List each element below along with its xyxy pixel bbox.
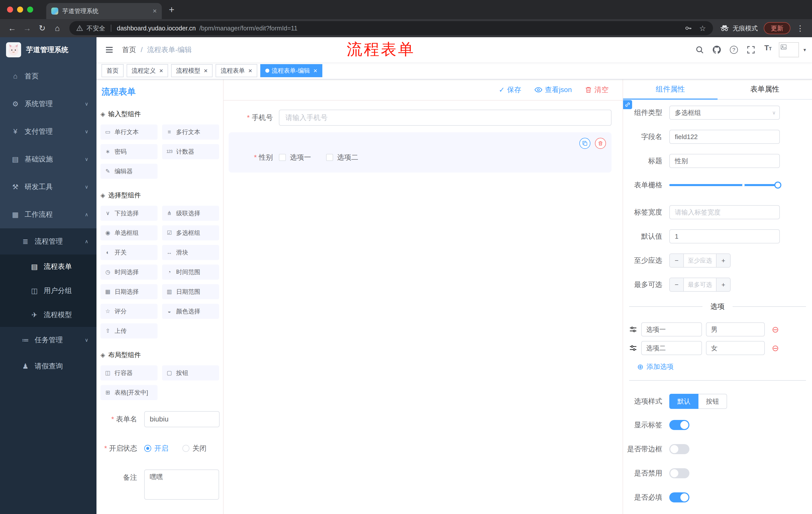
style-default-button[interactable]: 默认 [669, 394, 698, 409]
tag-process-model[interactable]: 流程模型 × [171, 64, 212, 77]
field-name-input[interactable] [669, 130, 780, 144]
tab-close-icon[interactable]: × [153, 7, 157, 15]
palette-item-button[interactable]: ▢按钮 [162, 366, 219, 380]
reload-button[interactable]: ↻ [35, 21, 49, 35]
sidebar-logo[interactable]: 芋道管理系统 [0, 37, 96, 62]
phone-field-input[interactable] [279, 110, 611, 126]
browser-tab[interactable]: 芋道管理系统 × [46, 3, 162, 19]
save-button[interactable]: ✓ 保存 [499, 85, 521, 94]
default-value-input[interactable] [669, 229, 780, 243]
sidebar-item-home[interactable]: ⌂ 首页 [0, 62, 96, 90]
window-close-button[interactable] [7, 6, 13, 12]
tag-process-definition[interactable]: 流程定义 × [127, 64, 168, 77]
status-on-label[interactable]: 开启 [154, 443, 168, 453]
palette-item-slider[interactable]: ↔滑块 [162, 245, 219, 260]
style-button-button[interactable]: 按钮 [698, 394, 727, 409]
sidebar-item-user-group[interactable]: ◫ 用户分组 [0, 279, 96, 303]
palette-item-radio-group[interactable]: ◉单选框组 [100, 225, 157, 240]
view-json-button[interactable]: 查看json [534, 85, 572, 94]
form-name-input[interactable] [144, 411, 220, 427]
option-name-input[interactable] [641, 322, 702, 336]
delete-component-button[interactable] [595, 138, 606, 149]
sidebar-item-process-model[interactable]: ✈ 流程模型 [0, 303, 96, 327]
form-grid-slider[interactable] [669, 178, 780, 192]
duplicate-component-button[interactable] [579, 138, 590, 149]
palette-item-time-range[interactable]: ◔时间范围 [162, 265, 219, 280]
browser-home-button[interactable]: ⌂ [50, 21, 64, 35]
palette-item-color-picker[interactable]: ◒颜色选择 [162, 304, 219, 319]
security-label[interactable]: 不安全 [86, 24, 105, 32]
clear-button[interactable]: 清空 [585, 85, 609, 94]
sidebar-item-devtools[interactable]: ⚒ 研发工具 ∨ [0, 173, 96, 201]
drag-handle-icon[interactable] [629, 325, 637, 333]
bookmark-star-icon[interactable]: ☆ [699, 24, 706, 33]
status-off-label[interactable]: 关闭 [193, 443, 206, 453]
remove-option-button[interactable]: ⊖ [772, 344, 779, 352]
palette-item-date-range[interactable]: ▥日期范围 [162, 284, 219, 299]
min-select-placeholder[interactable]: 至少应选 [684, 254, 716, 267]
option-name-input[interactable] [641, 341, 702, 355]
sidebar-item-payment[interactable]: ¥ 支付管理 ∨ [0, 118, 96, 145]
stepper-decrease-button[interactable]: − [670, 254, 684, 267]
tag-close-icon[interactable]: × [248, 67, 252, 75]
tab-component-props[interactable]: 组件属性 [623, 79, 718, 99]
show-label-toggle[interactable] [669, 420, 689, 430]
drag-handle-icon[interactable] [629, 344, 637, 352]
stepper-increase-button[interactable]: + [716, 278, 730, 291]
palette-item-password[interactable]: ∗密码 [100, 144, 157, 159]
sidebar-item-infrastructure[interactable]: ▤ 基础设施 ∨ [0, 145, 96, 173]
sidebar-item-system[interactable]: ⚙ 系统管理 ∨ [0, 90, 96, 118]
back-button[interactable]: ← [5, 21, 19, 35]
tag-close-icon[interactable]: × [159, 67, 163, 75]
canvas-field-phone[interactable]: 手机号 [229, 110, 611, 126]
gender-option1-checkbox[interactable]: 选项一 [279, 153, 311, 162]
required-toggle[interactable] [669, 492, 689, 503]
breadcrumb-home[interactable]: 首页 [122, 45, 136, 55]
window-zoom-button[interactable] [27, 6, 33, 12]
tab-form-props[interactable]: 表单属性 [718, 79, 812, 99]
with-border-toggle[interactable] [669, 444, 689, 454]
avatar-caret-icon[interactable]: ▾ [804, 47, 806, 53]
palette-item-cascader[interactable]: ⋔级联选择 [162, 206, 219, 221]
palette-item-multi-text[interactable]: ≡多行文本 [162, 125, 219, 140]
disabled-toggle[interactable] [669, 468, 689, 478]
sidebar-item-process-form[interactable]: ▤ 流程表单 [0, 254, 96, 279]
sidebar-item-leave-query[interactable]: ♟ 请假查询 [0, 353, 96, 379]
palette-item-checkbox-group[interactable]: ☑多选框组 [162, 225, 219, 240]
palette-item-switch[interactable]: ◐开关 [100, 245, 157, 260]
palette-item-date-picker[interactable]: ▦日期选择 [100, 284, 157, 299]
palette-item-single-text[interactable]: ▭单行文本 [100, 125, 157, 140]
max-select-placeholder[interactable]: 最多可选 [684, 278, 716, 291]
sidebar-item-task-management[interactable]: ≔ 任务管理 ∨ [0, 327, 96, 353]
palette-item-editor[interactable]: ✎编辑器 [100, 164, 157, 179]
forward-button[interactable]: → [20, 21, 34, 35]
form-remark-textarea[interactable]: 嘿嘿 [144, 469, 219, 500]
tag-home[interactable]: 首页 [102, 64, 124, 77]
sidebar-item-workflow[interactable]: ▦ 工作流程 ∧ [0, 201, 96, 228]
stepper-increase-button[interactable]: + [716, 254, 730, 267]
palette-item-rate[interactable]: ☆评分 [100, 304, 157, 319]
gender-option2-checkbox[interactable]: 选项二 [326, 153, 358, 162]
search-icon[interactable] [693, 44, 706, 56]
add-option-button[interactable]: ⊕ 添加选项 [623, 362, 812, 371]
link-icon[interactable] [623, 100, 632, 109]
palette-item-upload[interactable]: ⇧上传 [100, 323, 157, 339]
status-on-radio[interactable] [144, 445, 151, 452]
browser-update-button[interactable]: 更新 [764, 22, 790, 34]
canvas-field-gender-selected[interactable]: 性别 选项一 选项二 [229, 132, 611, 172]
palette-item-select[interactable]: ∨下拉选择 [100, 206, 157, 221]
font-size-icon[interactable]: TT [762, 44, 774, 56]
palette-item-time-picker[interactable]: ◷时间选择 [100, 265, 157, 280]
password-key-icon[interactable] [685, 24, 692, 32]
new-tab-button[interactable]: + [169, 4, 174, 15]
palette-item-table[interactable]: ⊞表格[开发中] [100, 385, 157, 400]
window-minimize-button[interactable] [17, 6, 23, 12]
palette-item-counter[interactable]: 123计数器 [162, 144, 219, 159]
component-type-select[interactable]: 多选框组 ∨ [669, 106, 780, 120]
tag-close-icon[interactable]: × [314, 67, 317, 75]
github-icon[interactable] [710, 44, 723, 56]
help-icon[interactable]: ? [728, 44, 740, 56]
tag-close-icon[interactable]: × [204, 67, 207, 75]
avatar[interactable] [779, 42, 799, 57]
option-value-input[interactable] [706, 322, 765, 336]
